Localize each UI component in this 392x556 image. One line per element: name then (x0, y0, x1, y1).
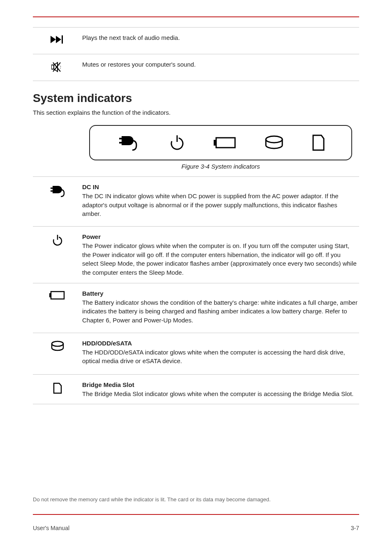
card-icon (33, 375, 82, 401)
indicator-dc-in: DC IN The DC IN indicator glows white wh… (82, 177, 359, 226)
indicator-figure (89, 125, 352, 160)
section-title: System indicators (33, 92, 359, 105)
indicator-card-title: Bridge Media Slot (82, 381, 134, 388)
svg-marker-0 (51, 36, 56, 43)
svg-point-20 (52, 341, 63, 346)
warning-text: Do not remove the memory card while the … (33, 496, 359, 503)
svg-point-13 (266, 136, 282, 143)
footer-left: User's Manual (33, 525, 69, 531)
disk-icon (33, 333, 82, 359)
svg-marker-1 (56, 36, 61, 43)
plug-icon (33, 177, 82, 203)
power-icon (33, 227, 82, 253)
indicator-power-title: Power (82, 233, 101, 240)
indicator-card: Bridge Media Slot The Bridge Media Slot … (82, 375, 359, 404)
svg-rect-19 (51, 292, 64, 299)
indicator-disk-body: The HDD/ODD/eSATA indicator glows white … (82, 348, 357, 366)
footer-right: 3-7 (351, 525, 359, 531)
mute-icon (33, 54, 82, 81)
figure-caption: Figure 3-4 System indicators (82, 163, 359, 170)
svg-rect-8 (119, 142, 122, 144)
svg-rect-14 (51, 188, 53, 189)
indicator-power-body: The Power indicator glows white when the… (82, 241, 357, 277)
indicator-card-body: The Bridge Media Slot indicator glows wh… (82, 389, 357, 398)
svg-rect-2 (62, 35, 63, 44)
battery-icon (33, 283, 82, 310)
indicator-battery-body: The Battery indicator shows the conditio… (82, 298, 357, 325)
next-track-icon (33, 28, 82, 54)
indicator-power: Power The Power indicator glows white wh… (82, 227, 359, 283)
indicator-disk: HDD/ODD/eSATA The HDD/ODD/eSATA indicato… (82, 333, 359, 374)
hotkey-next-text: Plays the next track of audio media. (82, 28, 359, 48)
indicator-dc-in-title: DC IN (82, 183, 99, 190)
hotkey-mute-text: Mutes or restores your computer's sound. (82, 54, 359, 75)
svg-rect-15 (51, 190, 53, 192)
indicator-dc-in-body: The DC IN indicator glows white when DC … (82, 192, 357, 218)
svg-rect-7 (119, 138, 122, 139)
section-subtitle: This section explains the function of th… (33, 109, 359, 116)
indicator-battery: Battery The Battery indicator shows the … (82, 283, 359, 333)
indicator-battery-title: Battery (82, 290, 104, 297)
svg-rect-12 (216, 138, 235, 148)
indicator-disk-title: HDD/ODD/eSATA (82, 340, 132, 347)
